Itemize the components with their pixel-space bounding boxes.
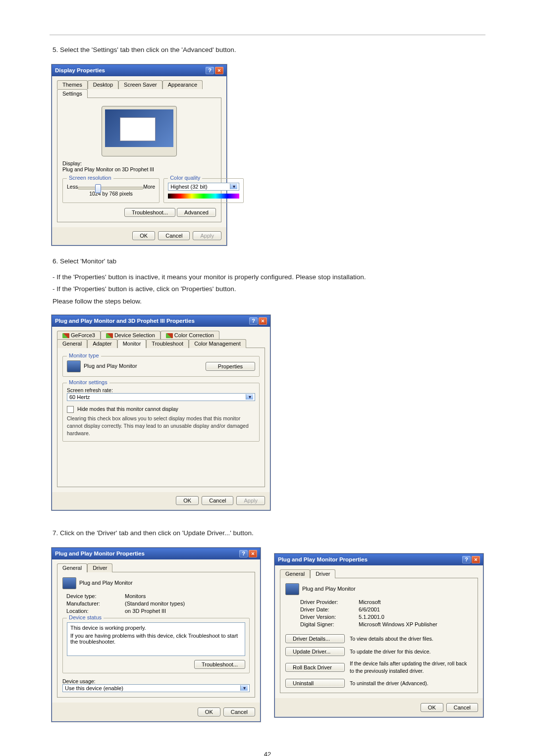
help-icon[interactable]: ? [239, 550, 248, 557]
device-status-legend: Device status [67, 614, 104, 620]
nvidia-icon [62, 333, 69, 338]
driver-dlg-title: Plug and Play Monitor Properties [278, 556, 368, 562]
page-number: 42 [50, 751, 485, 756]
step6-note2: - If the 'Properties' button is active, … [53, 284, 485, 295]
tab-troubleshoot[interactable]: Troubleshoot [146, 339, 189, 348]
display-label: Display: [62, 160, 216, 166]
advanced-button[interactable]: Advanced [177, 208, 216, 217]
close-icon[interactable]: × [215, 67, 223, 74]
tab-desktop[interactable]: Desktop [88, 80, 118, 89]
rollback-driver-desc: If the device fails after updating the d… [350, 660, 473, 675]
cancel-button[interactable]: Cancel [223, 707, 255, 716]
driver-date-value: 6/6/2001 [359, 606, 473, 612]
apply-button[interactable]: Apply [193, 231, 221, 240]
display-properties-dialog: Display Properties ? × Themes Desktop Sc… [52, 64, 227, 246]
close-icon[interactable]: × [472, 556, 480, 563]
hide-modes-checkbox[interactable] [67, 406, 74, 413]
monitor-dlg-title: Plug and Play Monitor and 3D Prophet III… [55, 318, 195, 324]
uninstall-desc: To uninstall the driver (Advanced). [350, 680, 473, 686]
update-driver-desc: To update the driver for this device. [350, 649, 473, 655]
location-value: on 3D Prophet III [125, 608, 250, 614]
troubleshoot-button[interactable]: Troubleshoot... [194, 660, 245, 669]
screen-res-legend: Screen resolution [67, 175, 113, 181]
rollback-driver-button[interactable]: Roll Back Driver [285, 663, 345, 672]
ok-button[interactable]: OK [421, 703, 443, 712]
ok-button[interactable]: OK [198, 707, 220, 716]
driver-version-value: 5.1.2001.0 [359, 614, 473, 620]
monitor-name: Plug and Play Monitor [84, 363, 137, 369]
resolution-slider[interactable] [78, 187, 143, 190]
location-label: Location: [66, 608, 121, 614]
troubleshoot-button[interactable]: Troubleshoot... [124, 208, 175, 217]
update-driver-button[interactable]: Update Driver... [285, 647, 345, 656]
hide-modes-note: Clearing this check box allows you to se… [67, 415, 255, 438]
less-label: Less [67, 184, 78, 190]
display-value: Plug and Play Monitor on 3D Prophet III [62, 166, 216, 172]
tab-screensaver[interactable]: Screen Saver [118, 80, 162, 89]
hide-modes-label: Hide modes that this monitor cannot disp… [77, 406, 178, 412]
device-usage-label: Device usage: [62, 678, 250, 684]
preview-monitor [102, 106, 177, 156]
dev-name: Plug and Play Monitor [302, 586, 356, 592]
tab-themes[interactable]: Themes [57, 80, 88, 89]
tab-device-selection[interactable]: Device Selection [114, 332, 155, 338]
monitor-icon [67, 360, 81, 372]
driver-details-desc: To view details about the driver files. [350, 636, 473, 642]
tab-driver[interactable]: Driver [87, 563, 112, 572]
tab-color-correction[interactable]: Color Correction [174, 332, 214, 338]
close-icon[interactable]: × [259, 317, 267, 325]
refresh-label: Screen refresh rate: [67, 387, 255, 393]
color-quality-select[interactable]: Highest (32 bit) [168, 183, 239, 191]
manufacturer-value: (Standard monitor types) [125, 601, 250, 606]
tab-appearance[interactable]: Appearance [162, 80, 203, 89]
display-tabs: Themes Desktop Screen Saver Appearance S… [57, 80, 221, 98]
tab-general[interactable]: General [280, 569, 310, 578]
device-usage-select[interactable]: Use this device (enable) [62, 684, 250, 692]
close-icon[interactable]: × [249, 550, 257, 557]
tab-settings[interactable]: Settings [57, 89, 88, 98]
nvidia-icon [106, 333, 113, 338]
cancel-button[interactable]: Cancel [446, 703, 478, 712]
refresh-rate-select[interactable]: 60 Hertz [67, 393, 255, 401]
color-preview-bar [168, 194, 239, 199]
pnp-general-dialog: Plug and Play Monitor Properties ? × Gen… [52, 548, 261, 722]
monitor-settings-legend: Monitor settings [67, 379, 109, 385]
device-type-label: Device type: [66, 593, 121, 599]
ok-button[interactable]: OK [132, 231, 155, 240]
step5-text: 5. Select the 'Settings' tab then click … [53, 45, 485, 55]
ok-button[interactable]: OK [176, 496, 199, 505]
help-icon[interactable]: ? [462, 556, 471, 563]
digital-signer-value: Microsoft Windows XP Publisher [359, 621, 473, 627]
step6-text: 6. Select 'Monitor' tab [53, 256, 485, 267]
driver-details-button[interactable]: Driver Details... [285, 634, 345, 643]
resolution-value: 1024 by 768 pixels [67, 191, 155, 197]
more-label: More [143, 184, 155, 190]
dev-name: Plug and Play Monitor [79, 580, 133, 586]
pnp-driver-dialog: Plug and Play Monitor Properties ? × Gen… [274, 554, 483, 717]
tab-monitor[interactable]: Monitor [117, 339, 147, 348]
device-status-box: This device is working properly. If you … [67, 622, 245, 656]
general-dlg-title: Plug and Play Monitor Properties [55, 551, 145, 556]
tab-adapter[interactable]: Adapter [87, 339, 117, 348]
apply-button[interactable]: Apply [236, 496, 265, 505]
help-icon[interactable]: ? [249, 317, 258, 325]
step6-note3: Please follow the steps below. [53, 296, 485, 307]
display-title: Display Properties [55, 67, 105, 73]
tab-driver[interactable]: Driver [310, 569, 335, 578]
driver-date-label: Driver Date: [300, 606, 355, 612]
cancel-button[interactable]: Cancel [158, 231, 190, 240]
tab-geforce3[interactable]: GeForce3 [71, 332, 95, 338]
monitor-type-legend: Monitor type [67, 353, 101, 358]
manufacturer-label: Manufacturer: [66, 601, 121, 606]
monitor-properties-dialog: Plug and Play Monitor and 3D Prophet III… [52, 315, 270, 510]
cancel-button[interactable]: Cancel [202, 496, 233, 505]
tab-color-management[interactable]: Color Management [189, 339, 246, 348]
monitor-icon [62, 577, 76, 589]
uninstall-button[interactable]: Uninstall [285, 679, 345, 688]
properties-button[interactable]: Properties [206, 362, 255, 371]
step7-text: 7. Click on the 'Driver' tab and then cl… [53, 528, 485, 539]
tab-general[interactable]: General [57, 339, 87, 348]
tab-general[interactable]: General [57, 563, 87, 572]
step6-note1: - If the 'Properties' button is inactive… [53, 272, 485, 283]
help-icon[interactable]: ? [206, 67, 214, 74]
